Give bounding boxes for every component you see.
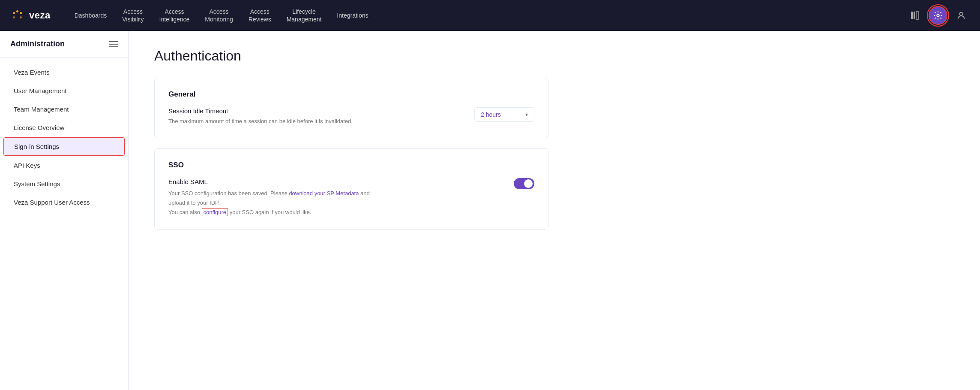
svg-point-10 [959, 12, 962, 15]
session-idle-desc: The maximum amount of time a session can… [168, 117, 391, 126]
sidebar-item-team-management[interactable]: Team Management [3, 100, 125, 118]
svg-rect-0 [10, 8, 26, 23]
nav-access-intelligence[interactable]: Access Intelligence [153, 4, 197, 27]
sso-card: SSO Enable SAML Your SSO configuration h… [154, 148, 548, 230]
sidebar-item-sign-in-settings[interactable]: Sign-in Settings [3, 137, 125, 156]
sso-section-title: SSO [168, 161, 534, 169]
sidebar-item-api-keys[interactable]: API Keys [3, 157, 125, 174]
sidebar-item-veza-support-user-access[interactable]: Veza Support User Access [3, 193, 125, 211]
logo-text: veza [29, 10, 51, 21]
general-card: General Session Idle Timeout The maximum… [154, 78, 548, 138]
timeout-value: 2 hours [481, 111, 501, 118]
library-icon [910, 10, 920, 21]
download-sp-metadata-link[interactable]: download your SP Metadata [289, 190, 359, 197]
chevron-down-icon: ▾ [525, 112, 528, 118]
sidebar-item-veza-events[interactable]: Veza Events [3, 63, 125, 81]
sidebar: Administration Veza Events User Manageme… [0, 31, 129, 390]
sso-desc-line-1: Your SSO configuration has been saved. P… [168, 189, 503, 198]
enable-saml-label: Enable SAML [168, 178, 503, 185]
sidebar-item-system-settings[interactable]: System Settings [3, 175, 125, 193]
sidebar-title: Administration [10, 39, 65, 48]
logo[interactable]: veza [10, 8, 51, 23]
nav-right [906, 6, 970, 25]
veza-logo-icon [10, 8, 26, 23]
sso-desc-also: You can also [168, 209, 202, 215]
nav-access-reviews[interactable]: Access Reviews [242, 4, 278, 27]
svg-rect-7 [914, 12, 915, 19]
svg-rect-5 [20, 16, 22, 18]
main-content: Authentication General Session Idle Time… [129, 31, 980, 390]
session-idle-setting-row: Session Idle Timeout The maximum amount … [168, 107, 534, 126]
timeout-control: 2 hours ▾ [474, 107, 534, 122]
saml-toggle[interactable] [514, 178, 534, 189]
settings-icon-button[interactable] [929, 6, 947, 25]
general-section-title: General [168, 90, 534, 99]
session-idle-label: Session Idle Timeout [168, 107, 464, 115]
sidebar-header: Administration [0, 31, 128, 57]
sso-desc-before-link: Your SSO configuration has been saved. P… [168, 190, 289, 197]
session-idle-label-group: Session Idle Timeout The maximum amount … [168, 107, 464, 126]
sso-desc-line-3: You can also configure your SSO again if… [168, 208, 503, 217]
nav-items: Dashboards Access Visibility Access Inte… [68, 4, 906, 27]
nav-dashboards[interactable]: Dashboards [68, 8, 114, 23]
svg-rect-8 [916, 12, 919, 19]
sso-desc-line3-after: your SSO again if you would like. [228, 209, 311, 215]
saml-toggle-container [514, 178, 534, 189]
user-icon [956, 11, 966, 20]
sidebar-item-user-management[interactable]: User Management [3, 82, 125, 100]
nav-lifecycle-management[interactable]: Lifecycle Management [280, 4, 329, 27]
user-icon-button[interactable] [953, 7, 970, 24]
sidebar-item-license-overview[interactable]: License Overview [3, 119, 125, 136]
nav-access-visibility[interactable]: Access Visibility [115, 4, 150, 27]
layout: Administration Veza Events User Manageme… [0, 31, 980, 390]
configure-link[interactable]: configure [202, 208, 228, 216]
page-title: Authentication [154, 48, 954, 64]
nav-integrations[interactable]: Integrations [330, 8, 375, 23]
sso-desc-line-2: upload it to your IDP. [168, 198, 503, 208]
sso-text-group: Enable SAML Your SSO configuration has b… [168, 178, 503, 217]
sidebar-menu-toggle[interactable] [109, 41, 118, 47]
svg-rect-2 [16, 10, 18, 12]
library-icon-button[interactable] [906, 7, 923, 24]
sso-setting-row: Enable SAML Your SSO configuration has b… [168, 178, 534, 217]
nav-access-monitoring[interactable]: Access Monitoring [198, 4, 240, 27]
svg-rect-1 [13, 12, 15, 14]
timeout-dropdown[interactable]: 2 hours ▾ [474, 107, 534, 122]
sidebar-nav: Veza Events User Management Team Managem… [0, 57, 128, 217]
svg-point-9 [937, 14, 939, 17]
svg-rect-4 [13, 16, 15, 18]
toggle-knob [524, 179, 533, 188]
top-nav: veza Dashboards Access Visibility Access… [0, 0, 980, 31]
svg-rect-3 [20, 12, 22, 14]
gear-icon [933, 11, 943, 20]
svg-rect-6 [911, 12, 913, 19]
sso-desc-after-link: and [359, 190, 369, 197]
